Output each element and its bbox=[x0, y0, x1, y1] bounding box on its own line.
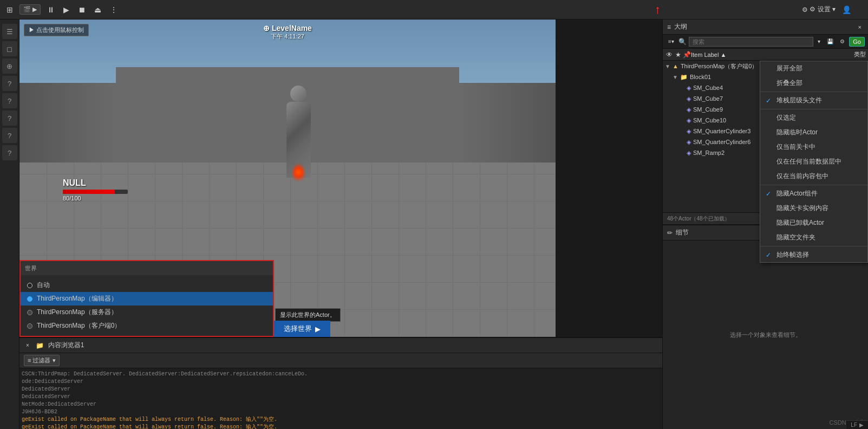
menu-item-collapse-all[interactable]: 折叠全部 bbox=[760, 76, 867, 90]
item-label-col-header[interactable]: Item Label bbox=[691, 51, 719, 58]
outline-title: 大纲 bbox=[674, 22, 687, 31]
outline-close-btn[interactable]: × bbox=[856, 23, 864, 31]
menu-item-hide-empty-folder[interactable]: 隐藏空文件夹 bbox=[760, 230, 867, 245]
tree-icon-4: ◈ bbox=[687, 106, 691, 113]
status-lf: LF bbox=[851, 422, 857, 428]
mode-icon: 🎬 bbox=[23, 6, 31, 12]
type-col-header: 类型 bbox=[833, 50, 866, 58]
settings-btn[interactable]: ⚙ ⚙ 设置 ▾ bbox=[802, 5, 836, 14]
menu-label-hide-temp: 隐藏临时Actor bbox=[776, 128, 818, 137]
world-label-auto: 自动 bbox=[37, 281, 50, 290]
check-stack-header: ✓ bbox=[766, 97, 773, 105]
play-btn[interactable]: ▶ bbox=[61, 4, 71, 15]
char-fire-effect bbox=[293, 164, 304, 180]
cb-icon: 📁 bbox=[36, 342, 44, 349]
world-select-content: 自动 ThirdPersonMap（编辑器） ThirdPersonMap（服务… bbox=[21, 275, 273, 336]
menu-item-hide-unloaded-actor[interactable]: 隐藏已卸载Actor bbox=[760, 216, 867, 230]
menu-item-always-frame-select[interactable]: ✓ 始终帧选择 bbox=[760, 248, 867, 262]
user-icon: 👤 bbox=[842, 5, 851, 14]
more-btn[interactable]: ⋮ bbox=[108, 4, 120, 15]
world-header-label: 世界 bbox=[25, 264, 37, 272]
grid-icon-btn[interactable]: ⊞ bbox=[4, 4, 15, 15]
tree-icon-3: ◈ bbox=[687, 95, 691, 102]
sidebar-icon-help4[interactable]: ? bbox=[2, 128, 17, 143]
menu-label-hide-empty-folder: 隐藏空文件夹 bbox=[776, 233, 815, 242]
menu-item-hide-temp-actor[interactable]: 隐藏临时Actor bbox=[760, 125, 867, 140]
expand-icon-0: ▼ bbox=[665, 63, 671, 69]
details-edit-icon: ✏ bbox=[667, 229, 673, 237]
tree-icon-6: ◈ bbox=[687, 128, 691, 135]
world-radio-auto bbox=[27, 283, 32, 288]
outline-gear-btn[interactable]: ⚙ bbox=[838, 37, 847, 46]
cb-close-btn[interactable]: × bbox=[24, 341, 31, 349]
mouse-control-btn[interactable]: ▶ 点击使用鼠标控制 bbox=[24, 24, 89, 36]
go-btn[interactable]: Go bbox=[849, 37, 865, 47]
bottom-status-bar: LF ▶ bbox=[846, 420, 868, 429]
char-head bbox=[290, 86, 306, 102]
red-arrow-indicator: ↑ bbox=[655, 3, 661, 17]
sidebar-icon-help1[interactable]: ? bbox=[2, 76, 17, 91]
settings-label: ⚙ 设置 ▾ bbox=[810, 5, 836, 14]
world-item-client0[interactable]: ThirdPersonMap（客户端0） bbox=[21, 319, 273, 333]
filter-btn[interactable]: ≡ 过滤器 ▾ bbox=[24, 355, 60, 366]
outline-menu-icon: ≡ bbox=[667, 23, 671, 31]
pause-btn[interactable]: ⏸ bbox=[45, 4, 57, 15]
tree-icon-5: ◈ bbox=[687, 117, 691, 124]
world-label-server: ThirdPersonMap（服务器） bbox=[37, 308, 118, 317]
world-radio-client0 bbox=[27, 323, 32, 329]
tooltip-text: 显示此世界的Actor。 bbox=[280, 311, 336, 318]
hud-null-overlay: NULL 80/100 bbox=[63, 178, 128, 202]
outline-search-input[interactable] bbox=[689, 37, 813, 47]
menu-item-current-content-pkg[interactable]: 仅在当前内容包中 bbox=[760, 169, 867, 184]
expand-icon-1: ▼ bbox=[673, 74, 679, 80]
stop-btn[interactable]: ⏹ bbox=[76, 4, 88, 15]
world-item-server[interactable]: ThirdPersonMap（服务器） bbox=[21, 306, 273, 319]
outline-save-btn[interactable]: 💾 bbox=[825, 37, 836, 46]
check-always-frame-select: ✓ bbox=[766, 251, 773, 259]
menu-item-hide-level-instance[interactable]: 隐藏关卡实例内容 bbox=[760, 201, 867, 216]
level-name-overlay: ⊕ LevelName 下午 4:11:27 bbox=[263, 24, 312, 41]
sidebar-icon-help3[interactable]: ? bbox=[2, 110, 17, 126]
visibility-col-icon: 👁 bbox=[665, 51, 674, 58]
pin-col-icon: 📌 bbox=[682, 51, 691, 58]
menu-item-any-data-layer[interactable]: 仅在任何当前数据层中 bbox=[760, 154, 867, 169]
menu-item-stack-header[interactable]: ✓ 堆栈层级头文件 bbox=[760, 93, 867, 108]
menu-label-only-selected: 仅选定 bbox=[776, 113, 796, 122]
menu-label-hide-unloaded: 隐藏已卸载Actor bbox=[776, 218, 824, 227]
menu-label-hide-actor-components: 隐藏Actor组件 bbox=[776, 189, 818, 198]
menu-item-expand-all[interactable]: 展开全部 bbox=[760, 61, 867, 76]
sidebar-icon-help2[interactable]: ? bbox=[2, 93, 17, 108]
menu-label-stack-header: 堆栈层级头文件 bbox=[776, 96, 822, 105]
settings-icon: ⚙ bbox=[802, 6, 808, 14]
sort-icon: ▲ bbox=[720, 51, 726, 58]
world-item-auto[interactable]: 自动 bbox=[21, 278, 273, 292]
level-name-text: ⊕ LevelName bbox=[263, 24, 312, 32]
menu-item-hide-actor-components[interactable]: ✓ 隐藏Actor组件 bbox=[760, 186, 867, 201]
check-hide-actor-components: ✓ bbox=[766, 190, 773, 198]
menu-label-collapse-all: 折叠全部 bbox=[776, 79, 802, 88]
mode-btn[interactable]: 🎬 ▶ bbox=[19, 4, 41, 15]
outline-filter-btn[interactable]: ≡▾ bbox=[666, 37, 676, 46]
sidebar-icon-menu[interactable]: ☰ bbox=[2, 24, 17, 39]
menu-label-expand-all: 展开全部 bbox=[776, 64, 802, 73]
outline-header: ≡ 大纲 × bbox=[663, 20, 868, 35]
menu-sep-1 bbox=[760, 92, 867, 92]
menu-label-any-data-layer: 仅在任何当前数据层中 bbox=[776, 157, 841, 166]
menu-item-only-selected[interactable]: 仅选定 bbox=[760, 110, 867, 125]
outline-search-icon: 🔍 bbox=[678, 38, 687, 46]
sidebar-icon-add[interactable]: ⊕ bbox=[2, 58, 17, 74]
menu-label-hide-level-instance: 隐藏关卡实例内容 bbox=[776, 204, 828, 213]
world-label-editor: ThirdPersonMap（编辑器） bbox=[37, 294, 118, 303]
user-icon-btn[interactable]: 👤 bbox=[840, 4, 853, 15]
world-item-editor[interactable]: ThirdPersonMap（编辑器） bbox=[21, 292, 273, 306]
character-figure bbox=[277, 86, 320, 194]
world-select-panel: 世界 自动 ThirdPersonMap（编辑器） ThirdPersonMap… bbox=[19, 260, 274, 337]
sidebar-icon-rect[interactable]: ◻ bbox=[2, 41, 17, 56]
outline-search-settings-btn[interactable]: ▾ bbox=[815, 37, 823, 46]
eject-btn[interactable]: ⏏ bbox=[92, 4, 103, 15]
menu-item-current-level-only[interactable]: 仅当前关卡中 bbox=[760, 140, 867, 154]
select-world-button[interactable]: 选择世界 ▶ bbox=[274, 321, 330, 337]
sidebar-icon-help5[interactable]: ? bbox=[2, 145, 17, 160]
cb-tab-label: 内容浏览器1 bbox=[48, 341, 84, 350]
world-select-btn-area: 选择世界 ▶ bbox=[274, 321, 330, 337]
